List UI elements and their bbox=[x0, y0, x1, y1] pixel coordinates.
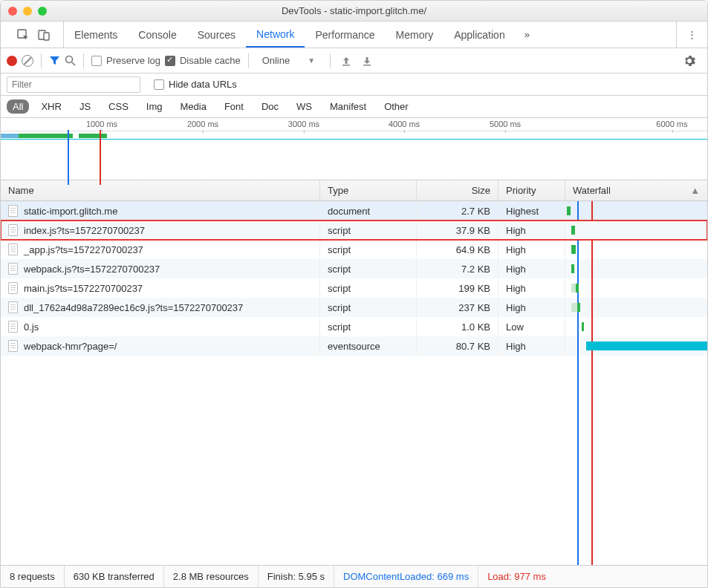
svg-point-3 bbox=[66, 56, 73, 63]
disable-cache-checkbox[interactable]: Disable cache bbox=[165, 55, 241, 66]
window-title: DevTools - static-import.glitch.me/ bbox=[1, 5, 707, 16]
request-row[interactable]: 0.js script 1.0 KB Low bbox=[1, 317, 707, 336]
type-filter-js[interactable]: JS bbox=[74, 99, 97, 114]
timeline-tick: 5000 ms bbox=[490, 120, 521, 128]
type-filter-img[interactable]: Img bbox=[140, 99, 169, 114]
col-name[interactable]: Name bbox=[1, 180, 320, 200]
timeline-tick: 1000 ms bbox=[86, 120, 117, 128]
status-load: Load: 977 ms bbox=[478, 566, 555, 587]
titlebar: DevTools - static-import.glitch.me/ bbox=[1, 1, 707, 22]
record-button[interactable] bbox=[7, 56, 17, 66]
request-row[interactable]: dll_1762a4d98a7289ec16c9.js?ts=157227070… bbox=[1, 298, 707, 317]
devtools-menu-button[interactable]: ⋮ bbox=[676, 22, 707, 48]
tab-sources[interactable]: Sources bbox=[187, 22, 246, 48]
timeline-tick: 3000 ms bbox=[288, 120, 319, 128]
panel-tabs: Elements Console Sources Network Perform… bbox=[1, 22, 707, 48]
download-har-icon[interactable] bbox=[359, 56, 375, 66]
col-size[interactable]: Size bbox=[417, 180, 498, 200]
col-type[interactable]: Type bbox=[320, 180, 417, 200]
type-filter-other[interactable]: Other bbox=[378, 99, 415, 114]
filter-bar: Hide data URLs bbox=[1, 74, 707, 96]
col-priority[interactable]: Priority bbox=[498, 180, 565, 200]
file-icon bbox=[8, 321, 18, 333]
request-row[interactable]: main.js?ts=1572270700237 script 199 KB H… bbox=[1, 278, 707, 298]
type-filter-bar: All XHR JS CSS Img Media Font Doc WS Man… bbox=[1, 96, 707, 118]
more-tabs-button[interactable]: » bbox=[516, 29, 539, 40]
tab-network[interactable]: Network bbox=[246, 22, 305, 48]
type-filter-media[interactable]: Media bbox=[174, 99, 212, 114]
hide-data-urls-checkbox[interactable]: Hide data URLs bbox=[154, 79, 237, 90]
tab-performance[interactable]: Performance bbox=[305, 22, 385, 48]
type-filter-font[interactable]: Font bbox=[218, 99, 250, 114]
throttling-dropdown-icon[interactable]: ▼ bbox=[300, 56, 322, 65]
type-filter-ws[interactable]: WS bbox=[290, 99, 318, 114]
col-waterfall[interactable]: Waterfall▲ bbox=[565, 180, 707, 200]
preserve-log-checkbox[interactable]: Preserve log bbox=[91, 55, 160, 66]
type-filter-doc[interactable]: Doc bbox=[256, 99, 285, 114]
filter-toggle-icon[interactable] bbox=[49, 55, 60, 66]
request-row[interactable]: index.js?ts=1572270700237 script 37.9 KB… bbox=[1, 220, 707, 240]
svg-rect-2 bbox=[44, 33, 49, 40]
devtools-window: DevTools - static-import.glitch.me/ Elem… bbox=[0, 0, 708, 588]
request-row[interactable]: static-import.glitch.me document 2.7 KB … bbox=[1, 201, 707, 220]
request-row[interactable]: webpack.js?ts=1572270700237 script 7.2 K… bbox=[1, 259, 707, 278]
zoom-window-button[interactable] bbox=[38, 7, 47, 16]
file-icon bbox=[8, 205, 18, 217]
file-icon bbox=[8, 340, 18, 352]
status-dcl: DOMContentLoaded: 669 ms bbox=[334, 566, 478, 587]
inspect-element-icon[interactable] bbox=[13, 24, 33, 45]
status-finish: Finish: 5.95 s bbox=[259, 566, 334, 587]
type-filter-xhr[interactable]: XHR bbox=[35, 99, 67, 114]
type-filter-css[interactable]: CSS bbox=[103, 99, 134, 114]
tab-console[interactable]: Console bbox=[128, 22, 186, 48]
status-requests: 8 requests bbox=[1, 566, 65, 587]
filter-input[interactable] bbox=[7, 76, 140, 93]
close-window-button[interactable] bbox=[8, 7, 17, 16]
type-filter-manifest[interactable]: Manifest bbox=[324, 99, 372, 114]
upload-har-icon[interactable] bbox=[338, 56, 354, 66]
file-icon bbox=[8, 301, 18, 313]
tab-elements[interactable]: Elements bbox=[64, 22, 128, 48]
search-icon[interactable] bbox=[65, 55, 76, 66]
tab-memory[interactable]: Memory bbox=[386, 22, 444, 48]
status-bar: 8 requests 630 KB transferred 2.8 MB res… bbox=[1, 565, 707, 587]
network-toolbar: Preserve log Disable cache Online ▼ bbox=[1, 48, 707, 74]
request-row[interactable]: _app.js?ts=1572270700237 script 64.9 KB … bbox=[1, 240, 707, 259]
timeline-tick: 6000 ms bbox=[656, 120, 687, 128]
timeline-overview[interactable]: 1000 ms 2000 ms 3000 ms 4000 ms 5000 ms … bbox=[1, 118, 707, 180]
file-icon bbox=[8, 244, 18, 255]
type-filter-all[interactable]: All bbox=[7, 99, 29, 114]
file-icon bbox=[8, 282, 18, 294]
status-resources: 2.8 MB resources bbox=[164, 566, 259, 587]
tab-application[interactable]: Application bbox=[444, 22, 516, 48]
table-header: Name Type Size Priority Waterfall▲ bbox=[1, 180, 707, 201]
status-transferred: 630 KB transferred bbox=[65, 566, 164, 587]
throttling-select[interactable]: Online bbox=[256, 53, 296, 68]
svg-rect-5 bbox=[363, 65, 371, 66]
timeline-tick: 4000 ms bbox=[389, 120, 420, 128]
file-icon bbox=[8, 224, 18, 236]
file-icon bbox=[8, 263, 18, 275]
request-row[interactable]: webpack-hmr?page=/ eventsource 80.7 KB H… bbox=[1, 336, 707, 356]
device-toolbar-icon[interactable] bbox=[33, 24, 54, 45]
timeline-tick: 2000 ms bbox=[187, 120, 218, 128]
request-rows: static-import.glitch.me document 2.7 KB … bbox=[1, 201, 707, 565]
traffic-lights bbox=[8, 7, 47, 16]
network-settings-icon[interactable] bbox=[678, 55, 701, 67]
minimize-window-button[interactable] bbox=[23, 7, 32, 16]
clear-button[interactable] bbox=[22, 55, 33, 67]
svg-rect-4 bbox=[342, 65, 350, 66]
